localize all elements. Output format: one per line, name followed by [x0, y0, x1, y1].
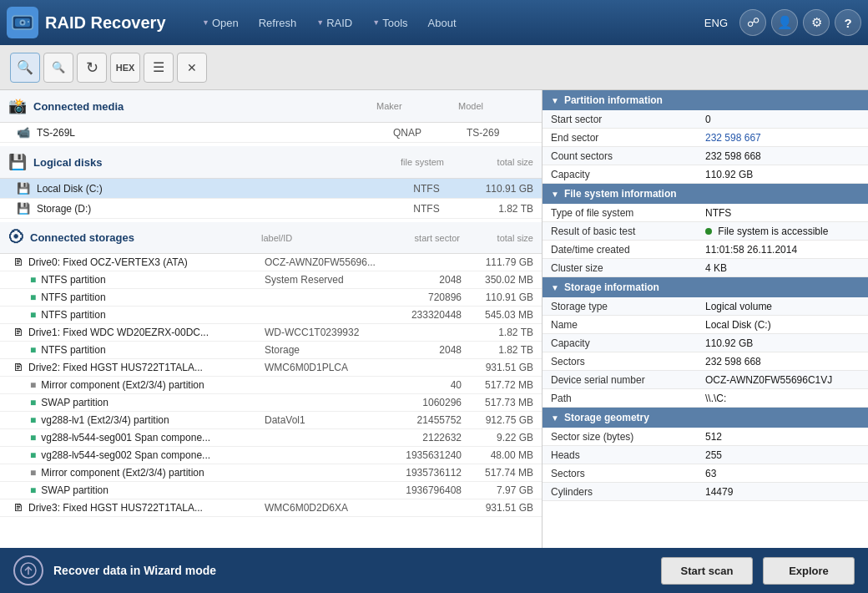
drive2-part6[interactable]: ■ Mirror component (Ext2/3/4) partition … — [0, 464, 542, 482]
close-button[interactable]: ✕ — [177, 53, 207, 83]
drive2-p3-size: 912.75 GB — [467, 414, 533, 426]
part-icon-3: ■ — [30, 309, 36, 321]
drive2-part7[interactable]: ■ SWAP partition 1936796408 7.97 GB — [0, 482, 542, 499]
partition-info-title: Partition information — [564, 94, 663, 106]
maker-col-label: Maker — [376, 101, 452, 111]
geometry-value-3: 63 — [705, 468, 860, 479]
media-model: TS-269 — [467, 127, 533, 139]
filesystem-info-header: ▼ File system information — [542, 184, 868, 204]
storage-row-3: Capacity 110.92 GB — [542, 334, 868, 352]
toolbar: 🔍 🔍 ↻ HEX ☰ ✕ — [0, 45, 868, 90]
storage-disk-icon: 💾 — [17, 202, 30, 215]
explore-button[interactable]: Explore — [763, 557, 855, 585]
nav-refresh-label: Refresh — [259, 17, 297, 29]
partition-row-1: Start sector 0 — [542, 110, 868, 129]
drive0-p1-label: System Reserved — [265, 274, 381, 286]
drive0-part3[interactable]: ■ NTFS partition 233320448 545.03 MB — [0, 307, 542, 324]
drive2-p2-sector: 1060296 — [386, 397, 462, 408]
lang-button[interactable]: ENG — [698, 13, 734, 33]
fs-row-1: Type of file system NTFS — [542, 204, 868, 222]
partition-label-1: Start sector — [551, 114, 705, 125]
drive0-part1[interactable]: ■ NTFS partition System Reserved 2048 35… — [0, 271, 542, 289]
drive2-part5[interactable]: ■ vg288-lv544-seg002 Span compone... 193… — [0, 447, 542, 464]
disk-item-c[interactable]: 💾 Local Disk (C:) NTFS 110.91 GB — [0, 179, 542, 199]
drive1-p1-size: 1.82 TB — [467, 344, 533, 356]
part-icon-d2p5: ■ — [30, 449, 36, 461]
right-panel: ▼ Partition information Start sector 0 E… — [542, 90, 868, 548]
partition-label-4: Capacity — [551, 169, 705, 180]
part-icon-1: ■ — [30, 274, 36, 286]
partition-row-2: End sector 232 598 667 — [542, 129, 868, 147]
drive2-p5-sector: 1935631240 — [386, 449, 462, 461]
disk-name-d: Storage (D:) — [37, 203, 386, 215]
nav-raid-label: RAID — [326, 17, 352, 29]
storage-label-5: Device serial number — [551, 374, 705, 386]
main-area: 📸 Connected media Maker Model 📹 TS-269L … — [0, 90, 868, 548]
drive3-size: 931.51 GB — [467, 502, 533, 514]
hex-button[interactable]: HEX — [110, 53, 140, 83]
model-col-label: Model — [458, 101, 533, 111]
nav-about[interactable]: About — [420, 12, 465, 34]
drive2-p1-name: Mirror component (Ext2/3/4) partition — [41, 379, 260, 391]
start-scan-button[interactable]: Start scan — [661, 557, 753, 585]
list-button[interactable]: ☰ — [144, 53, 174, 83]
logical-disks-header: 💾 Logical disks file system total size — [0, 146, 542, 179]
nav-raid[interactable]: ▼ RAID — [308, 12, 361, 34]
partition-label-3: Count sectors — [551, 150, 705, 162]
user-button[interactable]: 👤 — [771, 9, 798, 36]
storage-value-6: \\.\C: — [705, 393, 860, 404]
find-button[interactable]: 🔍 — [43, 53, 73, 83]
nav-refresh[interactable]: Refresh — [250, 12, 305, 34]
drive1-item[interactable]: 🖹 Drive1: Fixed WDC WD20EZRX-00DC... WD-… — [0, 324, 542, 342]
drive0-item[interactable]: 🖹 Drive0: Fixed OCZ-VERTEX3 (ATA) OCZ-AW… — [0, 254, 542, 271]
drive0-name: Drive0: Fixed OCZ-VERTEX3 (ATA) — [28, 256, 260, 268]
fs-collapse-icon: ▼ — [551, 190, 559, 199]
geometry-row-1: Sector size (bytes) 512 — [542, 428, 868, 446]
drive2-item[interactable]: 🖹 Drive2: Fixed HGST HUS722T1TALA... WMC… — [0, 359, 542, 377]
svg-rect-4 — [28, 21, 29, 23]
storage-label-4: Sectors — [551, 356, 705, 367]
wizard-icon — [13, 555, 43, 585]
close-icon: ✕ — [187, 61, 197, 74]
nav-open[interactable]: ▼ Open — [194, 12, 247, 34]
reload-button[interactable]: ↻ — [77, 53, 107, 83]
drive0-size: 111.79 GB — [467, 256, 533, 268]
drive2-label: WMC6M0D1PLCA — [265, 362, 381, 373]
drive3-item[interactable]: 🖹 Drive3: Fixed HGST HUS722T1TALA... WMC… — [0, 499, 542, 517]
drive1-p1-name: NTFS partition — [41, 344, 260, 356]
drive2-part3[interactable]: ■ vg288-lv1 (Ext2/3/4) partition DataVol… — [0, 412, 542, 429]
search-button[interactable]: 🔍 — [10, 53, 40, 83]
drive2-part1[interactable]: ■ Mirror component (Ext2/3/4) partition … — [0, 377, 542, 394]
help-button[interactable]: ? — [835, 9, 861, 36]
logical-disk-icon: 💾 — [8, 153, 27, 171]
drive2-part2[interactable]: ■ SWAP partition 1060296 517.73 MB — [0, 394, 542, 412]
storage-value-5: OCZ-AWNZ0FW55696C1VJ — [705, 374, 860, 386]
drive0-part2[interactable]: ■ NTFS partition 720896 110.91 GB — [0, 289, 542, 307]
nav-tools[interactable]: ▼ Tools — [364, 12, 416, 34]
chat-button[interactable]: ☍ — [739, 9, 766, 36]
geometry-label-4: Cylinders — [551, 486, 705, 498]
storage-row-6: Path \\.\C: — [542, 389, 868, 408]
drive2-p7-name: SWAP partition — [41, 484, 260, 496]
drive0-p1-name: NTFS partition — [41, 274, 260, 286]
disk-item-d[interactable]: 💾 Storage (D:) NTFS 1.82 TB — [0, 199, 542, 219]
part-icon-d2p1: ■ — [30, 379, 36, 391]
storage-collapse-icon: ▼ — [551, 283, 559, 292]
drive2-p6-sector: 1935736112 — [386, 467, 462, 479]
drive1-part1[interactable]: ■ NTFS partition Storage 2048 1.82 TB — [0, 342, 542, 359]
storage-label-6: Path — [551, 393, 705, 404]
drive2-p3-sector: 21455752 — [386, 414, 462, 426]
geometry-label-2: Heads — [551, 449, 705, 461]
drive2-p5-size: 48.00 MB — [467, 449, 533, 461]
disk-fs-d: NTFS — [393, 203, 460, 215]
settings-button[interactable]: ⚙ — [803, 9, 830, 36]
drive1-p1-sector: 2048 — [386, 344, 462, 356]
drive2-part4[interactable]: ■ vg288-lv544-seg001 Span compone... 212… — [0, 429, 542, 447]
storage-geometry-title: Storage geometry — [564, 412, 649, 423]
drive2-p1-sector: 40 — [386, 379, 462, 391]
drive0-p3-size: 545.03 MB — [467, 309, 533, 321]
nav-tools-label: Tools — [382, 17, 407, 29]
nas-device-icon: 📹 — [17, 126, 30, 139]
geometry-collapse-icon: ▼ — [551, 413, 559, 423]
media-item-ts269l[interactable]: 📹 TS-269L QNAP TS-269 — [0, 123, 542, 143]
